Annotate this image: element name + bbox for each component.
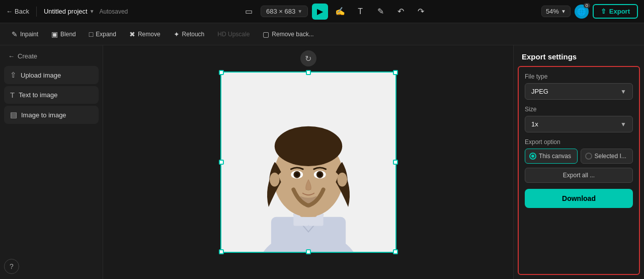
chevron-down-icon: ▼ xyxy=(620,121,626,128)
main-layout: ← Create ⇧ Upload image T Text to image … xyxy=(0,45,644,279)
resize-icon[interactable]: ▭ xyxy=(240,4,257,20)
export-icon: ⇧ xyxy=(601,8,606,15)
help-button[interactable]: ? xyxy=(4,259,19,274)
globe-button[interactable]: 🌐 0 xyxy=(575,5,589,19)
handle-top-left[interactable] xyxy=(219,70,224,75)
handle-bottom-left[interactable] xyxy=(219,249,224,254)
remove-icon: ✖ xyxy=(129,30,135,38)
refresh-button[interactable]: ↻ xyxy=(300,50,316,66)
handle-bottom-mid[interactable] xyxy=(306,249,311,254)
text-to-image-button[interactable]: T Text to image xyxy=(4,86,99,104)
image-image-icon: ▤ xyxy=(10,110,17,119)
svg-point-7 xyxy=(274,126,342,166)
inpaint-tool[interactable]: ✎ Inpaint xyxy=(6,27,44,41)
size-select[interactable]: 1x ▼ xyxy=(525,116,633,132)
svg-point-14 xyxy=(269,173,279,187)
select-tool-button[interactable]: ▶ xyxy=(312,4,328,20)
file-type-select[interactable]: JPEG ▼ xyxy=(525,83,633,100)
handle-bottom-right[interactable] xyxy=(393,249,398,254)
toolbar: ✎ Inpaint ▣ Blend □ Expand ✖ Remove ✦ Re… xyxy=(0,23,644,45)
redo-button[interactable]: ↷ xyxy=(413,4,429,20)
dimensions-display[interactable]: 683 × 683 ▼ xyxy=(261,6,308,17)
create-back-icon: ← xyxy=(8,52,15,60)
image-to-image-button[interactable]: ▤ Image to image xyxy=(4,106,99,124)
export-settings-panel: File type JPEG ▼ Size 1x ▼ Export option… xyxy=(518,66,640,275)
blend-icon: ▣ xyxy=(51,30,58,38)
svg-point-10 xyxy=(295,173,299,177)
radio-dot-inactive xyxy=(585,153,592,160)
canvas-area[interactable]: ↻ xyxy=(103,45,513,279)
undo-button[interactable]: ↶ xyxy=(392,4,409,20)
retouch-icon: ✦ xyxy=(174,30,180,38)
remove-tool[interactable]: ✖ Remove xyxy=(124,27,166,41)
back-button[interactable]: ← Back xyxy=(6,8,29,15)
text-image-icon: T xyxy=(10,91,15,99)
size-label: Size xyxy=(525,106,633,113)
file-type-label: File type xyxy=(525,73,633,80)
upload-image-button[interactable]: ⇧ Upload image xyxy=(4,66,99,84)
sidebar-bottom: ? xyxy=(4,259,99,274)
remove-back-tool[interactable]: ▢ Remove back... xyxy=(257,27,319,41)
remove-back-icon: ▢ xyxy=(263,30,269,38)
radio-dot-active xyxy=(529,153,536,160)
selected-option[interactable]: Selected I... xyxy=(581,149,633,164)
text-tool-button[interactable]: T xyxy=(352,4,368,20)
left-sidebar: ← Create ⇧ Upload image T Text to image … xyxy=(0,45,103,279)
svg-point-13 xyxy=(317,173,321,177)
export-option-label: Export option xyxy=(525,138,633,146)
upload-icon: ⇧ xyxy=(10,71,17,80)
portrait-svg xyxy=(221,73,395,252)
panel-title: Export settings xyxy=(514,45,644,66)
canvas-image xyxy=(220,72,396,253)
topbar: ← Back Untitled project ▼ Autosaved ▭ 68… xyxy=(0,0,644,23)
autosaved-label: Autosaved xyxy=(100,8,128,15)
export-radio-group: This canvas Selected I... xyxy=(525,149,633,164)
expand-tool[interactable]: □ Expand xyxy=(84,27,122,41)
handle-mid-right[interactable] xyxy=(393,160,398,165)
pen-tool-button[interactable]: ✎ xyxy=(372,4,388,20)
expand-icon: □ xyxy=(89,30,93,38)
divider xyxy=(36,7,37,17)
retouch-tool[interactable]: ✦ Retouch xyxy=(168,27,210,41)
zoom-control[interactable]: 54% ▼ xyxy=(541,6,571,17)
handle-mid-left[interactable] xyxy=(219,160,224,165)
handle-top-mid[interactable] xyxy=(306,70,311,75)
hand-tool-button[interactable]: ✍ xyxy=(332,4,348,20)
back-icon: ← xyxy=(6,8,13,15)
topbar-right: 54% ▼ 🌐 0 ⇧ Export xyxy=(541,4,638,19)
project-name[interactable]: Untitled project ▼ xyxy=(44,8,95,15)
this-canvas-option[interactable]: This canvas xyxy=(525,149,578,164)
chevron-down-icon: ▼ xyxy=(297,9,302,14)
handle-top-right[interactable] xyxy=(393,70,398,75)
right-panel: Export settings File type JPEG ▼ Size 1x… xyxy=(513,45,644,279)
hd-upscale-tool: HD Upscale xyxy=(212,28,255,41)
export-all-button[interactable]: Export all ... xyxy=(525,168,633,183)
chevron-down-icon: ▼ xyxy=(90,9,95,14)
sidebar-header: ← Create xyxy=(4,50,99,62)
topbar-center: ▭ 683 × 683 ▼ ▶ ✍ T ✎ ↶ ↷ xyxy=(133,4,536,20)
download-button[interactable]: Download xyxy=(525,189,633,208)
export-button[interactable]: ⇧ Export xyxy=(593,4,638,19)
chevron-down-icon: ▼ xyxy=(620,88,626,95)
blend-tool[interactable]: ▣ Blend xyxy=(46,27,82,41)
chevron-down-icon: ▼ xyxy=(561,9,566,14)
svg-point-15 xyxy=(337,173,347,187)
inpaint-icon: ✎ xyxy=(12,30,18,38)
